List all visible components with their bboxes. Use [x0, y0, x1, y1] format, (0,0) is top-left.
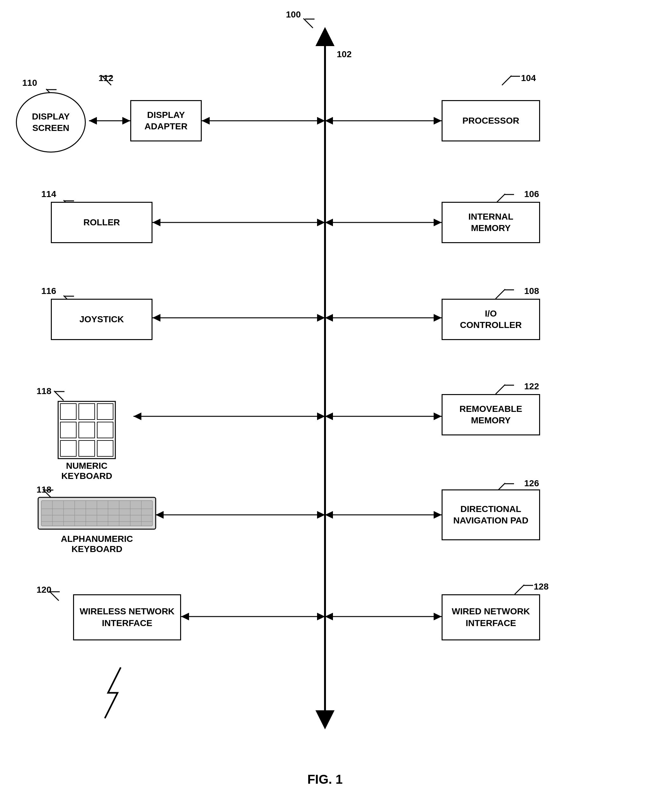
ref-104: 104 — [521, 73, 536, 83]
svg-marker-55 — [156, 511, 163, 519]
svg-line-42 — [496, 385, 505, 394]
removeable-memory: REMOVEABLE MEMORY — [442, 394, 540, 435]
ref-100: 100 — [286, 9, 301, 20]
svg-rect-72 — [97, 404, 113, 420]
svg-line-62 — [515, 585, 524, 594]
display-adapter: DISPLAY ADAPTER — [130, 100, 202, 142]
svg-marker-19 — [325, 117, 333, 125]
svg-rect-74 — [79, 422, 95, 438]
ref-122: 122 — [524, 382, 539, 392]
svg-line-3 — [304, 18, 313, 28]
svg-rect-75 — [97, 422, 113, 438]
directional-navigation-pad: DIRECTIONAL NAVIGATION PAD — [442, 490, 540, 540]
ref-118b: 118 — [37, 485, 52, 495]
svg-rect-73 — [60, 422, 76, 438]
ref-114: 114 — [41, 189, 56, 199]
wireless-network-interface: WIRELESS NETWORK INTERFACE — [73, 594, 181, 640]
svg-marker-28 — [434, 219, 442, 226]
svg-marker-29 — [325, 219, 333, 226]
wired-network-interface: WIRED NETWORK INTERFACE — [442, 594, 540, 640]
svg-marker-46 — [317, 412, 325, 420]
ref-116: 116 — [41, 286, 56, 296]
svg-marker-68 — [434, 613, 442, 620]
diagram-container: 100 102 DISPLAY SCREEN 110 DISPLAY ADAPT… — [0, 0, 650, 812]
ref-112: 112 — [99, 73, 113, 83]
svg-marker-69 — [325, 613, 333, 620]
svg-marker-39 — [325, 314, 333, 322]
svg-marker-58 — [434, 511, 442, 519]
ref-126: 126 — [524, 478, 539, 488]
svg-marker-12 — [89, 117, 97, 125]
svg-marker-18 — [434, 117, 442, 125]
svg-marker-66 — [317, 613, 325, 620]
svg-marker-15 — [202, 117, 210, 125]
joystick: JOYSTICK — [51, 299, 153, 340]
svg-rect-78 — [97, 441, 113, 456]
svg-rect-77 — [79, 441, 95, 456]
svg-line-40 — [54, 391, 64, 400]
svg-marker-13 — [122, 117, 130, 125]
processor: PROCESSOR — [442, 100, 540, 142]
ref-118a: 118 — [37, 386, 52, 396]
svg-line-9 — [502, 76, 511, 85]
svg-marker-36 — [317, 314, 325, 322]
svg-marker-56 — [317, 511, 325, 519]
ref-108: 108 — [524, 286, 539, 296]
svg-marker-35 — [153, 314, 160, 322]
fig-label: FIG. 1 — [307, 772, 342, 786]
diagram-svg — [0, 0, 650, 812]
ref-120: 120 — [37, 585, 52, 595]
io-controller: I/O CONTROLLER — [442, 299, 540, 340]
roller: ROLLER — [51, 202, 153, 243]
svg-marker-65 — [181, 613, 189, 620]
ref-128: 128 — [534, 582, 549, 592]
svg-rect-71 — [79, 404, 95, 420]
svg-marker-16 — [317, 117, 325, 125]
internal-memory: INTERNAL MEMORY — [442, 202, 540, 243]
svg-marker-45 — [133, 412, 141, 420]
display-screen: DISPLAY SCREEN — [16, 92, 86, 153]
svg-marker-59 — [325, 511, 333, 519]
svg-marker-1 — [316, 27, 334, 46]
svg-marker-26 — [317, 219, 325, 226]
ref-106: 106 — [524, 189, 539, 199]
svg-rect-70 — [60, 404, 76, 420]
numeric-keyboard-label: NUMERIC KEYBOARD — [58, 461, 115, 481]
svg-rect-76 — [60, 441, 76, 456]
svg-marker-48 — [434, 412, 442, 420]
ref-110: 110 — [22, 78, 37, 88]
ref-102: 102 — [337, 49, 352, 60]
alphanumeric-keyboard-label: ALPHANUMERIC KEYBOARD — [38, 534, 156, 554]
svg-marker-49 — [325, 412, 333, 420]
svg-marker-25 — [153, 219, 160, 226]
svg-line-32 — [496, 289, 505, 299]
svg-marker-2 — [316, 710, 334, 730]
svg-marker-38 — [434, 314, 442, 322]
svg-rect-79 — [58, 401, 115, 459]
